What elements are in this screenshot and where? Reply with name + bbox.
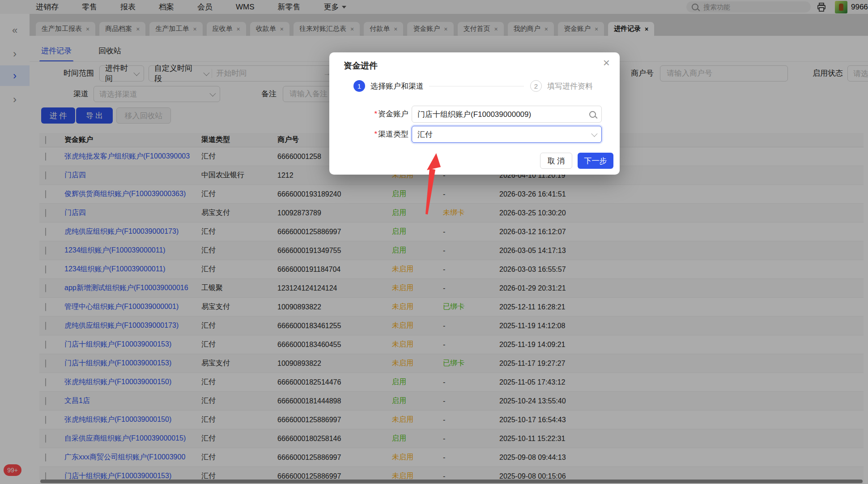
fund-account-row: 资金账户 门店十组织账户(F100039000009) (329, 106, 620, 123)
step-1-circle: 1 (353, 80, 365, 92)
chevron-down-icon (591, 131, 597, 137)
step-1-label: 选择账户和渠道 (370, 81, 424, 91)
search-icon[interactable] (589, 111, 596, 118)
channel-type-value: 汇付 (417, 129, 588, 140)
fund-account-field[interactable]: 门店十组织账户(F100039000009) (412, 106, 602, 123)
step-2-circle: 2 (530, 80, 542, 92)
step-2-label: 填写进件资料 (547, 81, 593, 91)
steps: 1 选择账户和渠道 2 填写进件资料 (353, 80, 598, 92)
cancel-button[interactable]: 取 消 (540, 153, 572, 169)
app-screen: 进销存零售报表档案会员WMS新零售 更多 9966 « › › › 99+ (0, 0, 868, 484)
next-step-button[interactable]: 下一步 (578, 153, 613, 169)
close-icon[interactable]: × (603, 57, 610, 69)
modal-title: 资金进件 (344, 60, 378, 72)
fund-account-label: 资金账户 (329, 106, 408, 123)
fund-account-value: 门店十组织账户(F100039000009) (417, 109, 586, 120)
step-connector (429, 86, 524, 86)
modal-footer: 取 消 下一步 (540, 153, 613, 169)
channel-type-select[interactable]: 汇付 (412, 126, 602, 143)
channel-type-row: 渠道类型 汇付 (329, 126, 620, 143)
channel-type-label: 渠道类型 (329, 126, 408, 143)
funding-application-modal: 资金进件 × 1 选择账户和渠道 2 填写进件资料 资金账户 门店十组织账户(F… (329, 52, 620, 175)
